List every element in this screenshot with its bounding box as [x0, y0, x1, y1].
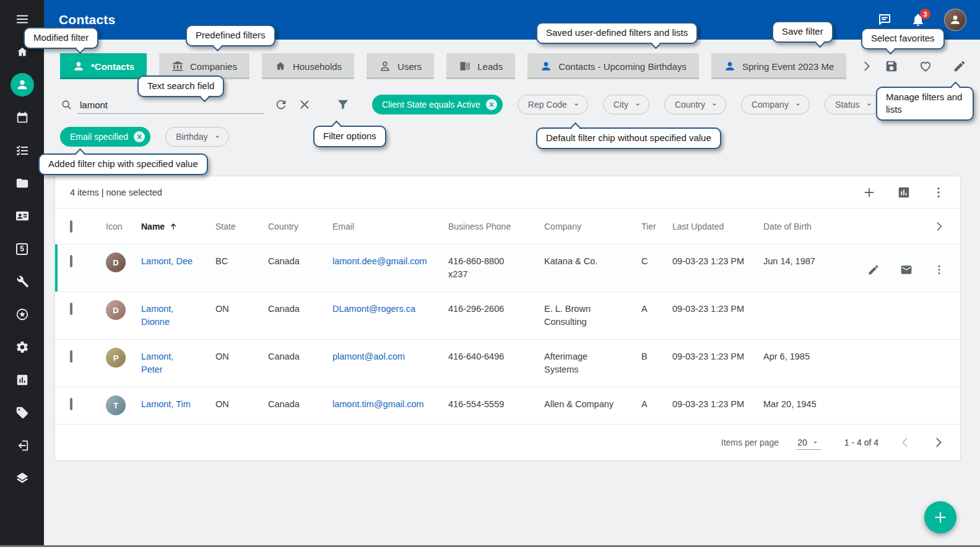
save-filter-icon[interactable]: [885, 59, 898, 73]
remove-chip-icon[interactable]: ×: [134, 131, 145, 142]
folder-icon[interactable]: [15, 176, 29, 190]
tabs-scroll-right-icon[interactable]: [860, 59, 874, 73]
table-row[interactable]: D Lamont, Dionne ON Canada DLamont@roger…: [55, 292, 960, 340]
page-title: Contacts: [59, 12, 115, 27]
leads-badge-icon: [459, 60, 471, 72]
column-header-name[interactable]: Name: [141, 222, 215, 231]
edit-pencil-icon[interactable]: [867, 264, 880, 276]
wrench-icon[interactable]: [15, 275, 29, 288]
row-more-options-icon[interactable]: [933, 264, 945, 276]
contacts-icon[interactable]: [11, 73, 34, 97]
column-header-email[interactable]: Email: [332, 222, 448, 231]
column-header-last-updated[interactable]: Last Updated: [672, 222, 763, 231]
chip-email-specified[interactable]: Email specified ×: [60, 127, 150, 147]
chat-icon[interactable]: [877, 12, 892, 27]
column-header-business-phone[interactable]: Business Phone: [448, 222, 544, 231]
contact-name-link[interactable]: Lamont, Peter: [141, 350, 197, 376]
chip-status[interactable]: Status: [825, 95, 881, 114]
avatar: P: [106, 348, 126, 368]
chip-birthday[interactable]: Birthday: [165, 127, 228, 147]
chip-city[interactable]: City: [603, 95, 649, 114]
filter-funnel-icon[interactable]: [336, 98, 350, 111]
column-header-state[interactable]: State: [215, 222, 268, 231]
previous-page-icon[interactable]: [898, 436, 912, 449]
clear-search-icon[interactable]: [298, 98, 311, 111]
column-header-icon[interactable]: Icon: [106, 222, 141, 231]
add-contact-fab[interactable]: [924, 501, 956, 533]
next-page-icon[interactable]: [932, 436, 945, 449]
tag-icon[interactable]: [15, 406, 29, 420]
table-row[interactable]: D Lamont, Dee BC Canada lamont.dee@gmail…: [55, 244, 960, 292]
scroll-columns-right-icon[interactable]: [933, 220, 960, 233]
tab-contacts[interactable]: *Contacts: [60, 53, 147, 79]
table-toolbar-icons: [862, 186, 945, 199]
avatar: D: [106, 300, 126, 320]
manage-pencil-icon[interactable]: [953, 59, 966, 73]
chip-country[interactable]: Country: [664, 95, 726, 114]
contact-name-link[interactable]: Lamont, Dee: [141, 255, 193, 268]
favorites-heart-icon[interactable]: [919, 59, 932, 73]
tab-contacts-upcoming-birthdays[interactable]: Contacts - Upcoming Birthdays: [527, 53, 699, 79]
contact-name-link[interactable]: Lamont, Tim: [141, 398, 191, 411]
email-link[interactable]: lamont.dee@gmail.com: [332, 256, 427, 266]
cell-state: ON: [215, 398, 268, 411]
add-column-icon[interactable]: [862, 186, 876, 199]
table-row[interactable]: P Lamont, Peter ON Canada plamont@aol.co…: [55, 340, 960, 387]
user-avatar[interactable]: [944, 9, 966, 31]
star-icon[interactable]: [15, 308, 29, 321]
cell-company: E. L. Brown Consulting: [544, 303, 620, 329]
cell-business-phone: 416-296-2606: [448, 303, 504, 316]
page-size-select[interactable]: 20: [796, 436, 821, 450]
cell-company: Katana & Co.: [544, 255, 597, 268]
chip-rep-code[interactable]: Rep Code: [518, 95, 588, 114]
cell-country: Canada: [268, 350, 332, 363]
cell-business-phone: 416-860-8800 x237: [448, 255, 518, 281]
email-link[interactable]: DLamont@rogers.ca: [332, 304, 415, 314]
cell-business-phone: 416-640-6496: [448, 350, 504, 363]
cell-country: Canada: [268, 398, 332, 411]
layers-icon[interactable]: [15, 472, 29, 485]
chip-company[interactable]: Company: [741, 95, 810, 114]
tab-leads[interactable]: Leads: [446, 53, 515, 79]
callout-added-chip: Added filter chip with specified value: [38, 153, 208, 175]
table-row[interactable]: T Lamont, Tim ON Canada lamont.tim@gmail…: [55, 387, 960, 425]
select-all-checkbox[interactable]: [70, 220, 72, 233]
menu-icon[interactable]: [15, 12, 29, 26]
chip-label: Email specified: [70, 132, 128, 142]
caret-down-icon: [633, 100, 643, 110]
tab-spring-event-2023[interactable]: Spring Event 2023 Me: [711, 53, 846, 79]
chip-label: Company: [752, 100, 789, 110]
email-link[interactable]: plamont@aol.com: [332, 351, 405, 361]
column-header-company[interactable]: Company: [544, 222, 641, 231]
email-envelope-icon[interactable]: [900, 264, 913, 276]
refresh-icon[interactable]: [274, 98, 288, 111]
address-book-icon[interactable]: [15, 209, 29, 223]
five-icon[interactable]: 5: [15, 242, 29, 256]
sign-out-icon[interactable]: [15, 439, 29, 452]
email-link[interactable]: lamont.tim@gmail.com: [332, 399, 424, 409]
row-checkbox[interactable]: [70, 350, 72, 363]
column-header-date-of-birth[interactable]: Date of Birth: [763, 222, 854, 231]
calendar-icon[interactable]: [15, 111, 29, 124]
cell-country: Canada: [268, 255, 332, 268]
search-input[interactable]: [77, 96, 264, 114]
tab-users[interactable]: Users: [366, 53, 434, 79]
chart-view-icon[interactable]: [897, 186, 911, 199]
tab-households[interactable]: Households: [262, 53, 354, 79]
row-checkbox[interactable]: [70, 398, 72, 410]
column-header-tier[interactable]: Tier: [641, 222, 672, 231]
more-options-icon[interactable]: [932, 186, 945, 199]
filter-bar-row-2: Email specified × Birthday: [60, 126, 966, 147]
row-checkbox[interactable]: [70, 303, 72, 315]
contact-name-link[interactable]: Lamont, Dionne: [141, 303, 197, 329]
chip-label: Birthday: [176, 132, 207, 142]
search-icon: [60, 98, 72, 111]
tasks-icon[interactable]: [15, 144, 29, 157]
reports-icon[interactable]: [15, 373, 29, 387]
bell-icon[interactable]: 3: [911, 12, 926, 27]
column-header-country[interactable]: Country: [268, 222, 332, 231]
row-checkbox[interactable]: [70, 255, 72, 267]
remove-chip-icon[interactable]: ×: [486, 99, 497, 110]
gear-icon[interactable]: [15, 340, 29, 354]
chip-client-state-active[interactable]: Client State equals Active ×: [372, 95, 503, 114]
